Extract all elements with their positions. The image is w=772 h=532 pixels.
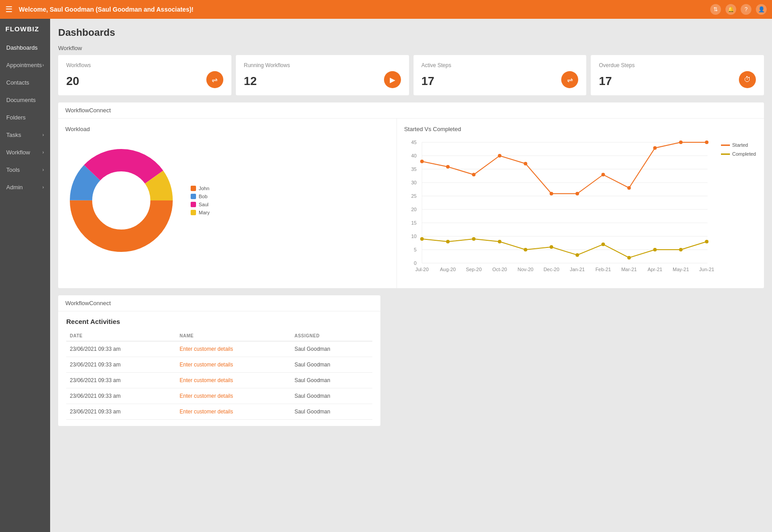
svg-point-59 <box>653 248 657 251</box>
svg-text:Nov-20: Nov-20 <box>518 267 533 272</box>
card-value: 17 <box>422 74 435 88</box>
sidebar-item-documents[interactable]: Documents <box>0 91 50 109</box>
recent-activities: Recent Activities DATE NAME ASSIGNED 23/… <box>58 311 380 426</box>
running-icon[interactable]: ▶ <box>384 71 401 88</box>
user-icon[interactable]: 👤 <box>756 4 767 15</box>
sidebar-item-label: Tasks <box>6 132 21 138</box>
active-steps-icon[interactable]: ⇌ <box>561 71 578 88</box>
chevron-right-icon: › <box>43 150 44 155</box>
donut-chart <box>65 138 177 263</box>
svg-point-57 <box>601 243 605 246</box>
card-label: Overdue Steps <box>599 62 756 68</box>
chevron-right-icon: › <box>43 185 44 190</box>
card-value: 20 <box>66 74 79 88</box>
table-row: 23/06/2021 09:33 am Enter customer detai… <box>66 388 372 404</box>
svg-point-46 <box>627 186 631 190</box>
legend-john: John <box>191 186 209 191</box>
svg-text:Feb-21: Feb-21 <box>595 267 611 272</box>
cell-name[interactable]: Enter customer details <box>176 404 291 420</box>
completed-line <box>422 239 707 258</box>
workflows-icon[interactable]: ⇌ <box>206 71 223 88</box>
svg-text:15: 15 <box>411 220 417 226</box>
svg-point-42 <box>524 162 527 166</box>
legend-mary: Mary <box>191 210 209 215</box>
card-label: Active Steps <box>422 62 579 68</box>
cell-assigned: Saul Goodman <box>291 357 372 373</box>
cell-date: 23/06/2021 09:33 am <box>66 341 176 357</box>
svg-point-39 <box>446 165 450 169</box>
svg-text:Jun-21: Jun-21 <box>699 267 714 272</box>
sidebar-item-tools[interactable]: Tools › <box>0 161 50 179</box>
workload-chart: Workload <box>58 119 397 288</box>
cell-name[interactable]: Enter customer details <box>176 341 291 357</box>
workflowconnect-section: WorkflowConnect Workload <box>58 102 764 288</box>
sidebar-item-contacts[interactable]: Contacts <box>0 74 50 91</box>
cell-assigned: Saul Goodman <box>291 388 372 404</box>
sidebar-item-appointments[interactable]: Appointments › <box>0 56 50 74</box>
col-name: NAME <box>176 331 291 341</box>
card-body: 17 ⏱ <box>599 71 756 88</box>
cell-assigned: Saul Goodman <box>291 341 372 357</box>
card-label: Running Workflows <box>244 62 401 68</box>
sidebar-item-folders[interactable]: Folders <box>0 109 50 126</box>
line-chart-legend: Started Completed <box>721 138 757 157</box>
card-body: 17 ⇌ <box>422 71 579 88</box>
sidebar-item-label: Tools <box>6 166 20 173</box>
card-body: 12 ▶ <box>244 71 401 88</box>
topbar-icons: ⇅ 🔔 ? 👤 <box>710 4 767 15</box>
legend-line-started <box>721 145 730 146</box>
ra-title: Recent Activities <box>66 318 372 325</box>
svg-point-55 <box>550 245 553 249</box>
sidebar-item-tasks[interactable]: Tasks › <box>0 126 50 144</box>
menu-icon[interactable]: ☰ <box>5 4 13 14</box>
cell-date: 23/06/2021 09:33 am <box>66 388 176 404</box>
svg-text:Oct-20: Oct-20 <box>492 267 507 272</box>
sidebar-item-label: Dashboards <box>6 44 38 51</box>
svg-point-40 <box>472 173 476 176</box>
started-line <box>422 142 707 194</box>
chevron-right-icon: › <box>43 63 44 68</box>
page-title: Dashboards <box>58 27 764 38</box>
svg-text:0: 0 <box>414 260 417 266</box>
legend-bob: Bob <box>191 194 209 199</box>
svg-point-45 <box>601 173 605 176</box>
legend-label-started: Started <box>732 142 748 148</box>
svg-text:Dec-20: Dec-20 <box>543 267 559 272</box>
svg-text:Sep-20: Sep-20 <box>466 267 482 272</box>
table-row: 23/06/2021 09:33 am Enter customer detai… <box>66 373 372 388</box>
help-icon[interactable]: ? <box>741 4 751 15</box>
card-value: 17 <box>599 74 612 88</box>
cell-name[interactable]: Enter customer details <box>176 357 291 373</box>
legend-saul: Saul <box>191 202 209 207</box>
overdue-icon[interactable]: ⏱ <box>739 71 756 88</box>
svg-text:Jan-21: Jan-21 <box>570 267 585 272</box>
svg-point-43 <box>550 192 553 196</box>
svg-point-58 <box>627 256 631 260</box>
svg-text:May-21: May-21 <box>673 267 689 272</box>
wc-section-header: WorkflowConnect <box>58 102 764 119</box>
sidebar-item-label: Folders <box>6 114 26 121</box>
sidebar-item-admin[interactable]: Admin › <box>0 179 50 196</box>
cell-name[interactable]: Enter customer details <box>176 373 291 388</box>
cell-date: 23/06/2021 09:33 am <box>66 357 176 373</box>
col-assigned: ASSIGNED <box>291 331 372 341</box>
sidebar-item-workflow[interactable]: Workflow › <box>0 144 50 161</box>
cell-name[interactable]: Enter customer details <box>176 388 291 404</box>
donut-legend: John Bob Saul <box>191 186 209 215</box>
sidebar-item-label: Appointments <box>6 62 42 68</box>
sidebar-item-label: Documents <box>6 97 36 103</box>
cell-assigned: Saul Goodman <box>291 373 372 388</box>
svg-point-44 <box>576 192 579 196</box>
svg-point-49 <box>705 140 708 144</box>
svg-point-53 <box>498 240 501 243</box>
transfer-icon[interactable]: ⇅ <box>710 4 721 15</box>
legend-started: Started <box>721 142 757 148</box>
sidebar-item-label: Contacts <box>6 79 29 86</box>
bell-icon[interactable]: 🔔 <box>725 4 736 15</box>
table-row: 23/06/2021 09:33 am Enter customer detai… <box>66 341 372 357</box>
legend-label-john: John <box>199 186 209 191</box>
sidebar-item-label: Workflow <box>6 149 30 156</box>
chevron-right-icon: › <box>43 132 44 137</box>
svg-point-38 <box>420 160 424 163</box>
sidebar-item-dashboards[interactable]: Dashboards <box>0 39 50 56</box>
